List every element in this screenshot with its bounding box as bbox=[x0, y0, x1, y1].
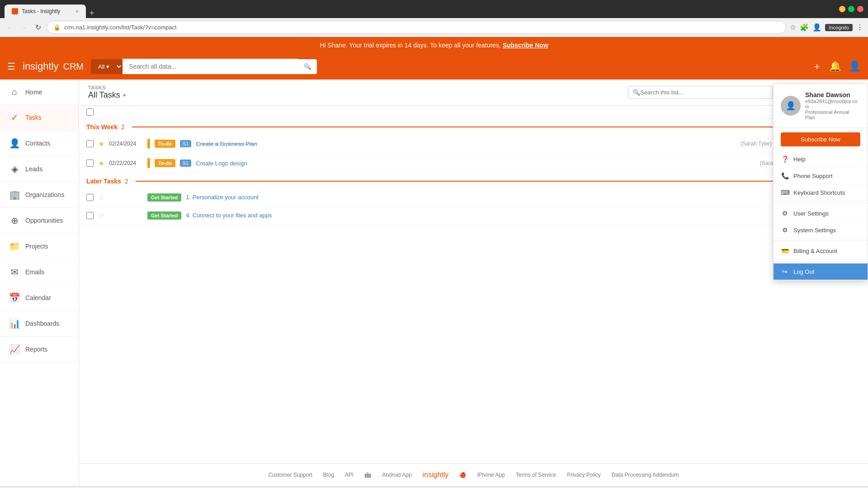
search-icon: 🔍 bbox=[633, 89, 640, 96]
close-btn[interactable] bbox=[857, 6, 863, 12]
sidebar-item-tasks[interactable]: ✓ Tasks bbox=[0, 105, 79, 131]
bookmark-btn[interactable]: ☆ bbox=[790, 23, 796, 32]
footer-logo: insightly bbox=[423, 471, 449, 479]
tasks-icon: ✓ bbox=[9, 112, 20, 123]
sidebar-item-home[interactable]: ⌂ Home bbox=[0, 80, 79, 105]
dropdown-keyboard-label: Keyboard Shortcuts bbox=[793, 189, 845, 196]
emails-icon: ✉ bbox=[9, 267, 20, 277]
select-all-checkbox[interactable] bbox=[86, 108, 94, 116]
task-checkbox-1[interactable] bbox=[86, 140, 94, 147]
task-badge-2: To-do bbox=[155, 159, 175, 167]
task-badge-1: To-do bbox=[155, 140, 175, 148]
system-settings-icon: ⚙ bbox=[781, 226, 789, 234]
task-search-input[interactable] bbox=[640, 89, 768, 96]
task-link-3[interactable]: 1. Personalize your account bbox=[186, 194, 258, 201]
footer-blog[interactable]: Blog bbox=[323, 472, 334, 478]
task-star-4[interactable]: ☆ bbox=[98, 211, 104, 220]
sidebar-item-reports[interactable]: 📈 Reports bbox=[0, 337, 79, 362]
sidebar-label-projects: Projects bbox=[25, 243, 48, 250]
task-star-3[interactable]: ☆ bbox=[98, 193, 104, 202]
back-btn[interactable]: ← bbox=[5, 22, 15, 33]
tasks-subtitle: All Tasks ▾ bbox=[88, 90, 623, 100]
sidebar-item-dashboards[interactable]: 📊 Dashboards bbox=[0, 311, 79, 337]
active-tab[interactable]: Tasks - Insightly ✕ bbox=[5, 5, 86, 18]
footer-android-app[interactable]: Android App bbox=[382, 472, 411, 478]
logout-icon: ↪ bbox=[781, 268, 789, 275]
sidebar-item-contacts[interactable]: 👤 Contacts bbox=[0, 131, 79, 156]
global-search-input[interactable] bbox=[123, 59, 298, 74]
crm-label: CRM bbox=[63, 61, 84, 72]
tasks-header: TASKS All Tasks ▾ 🔍 ⟳ ⚙ ▾ ☰ ▾ ▽ bbox=[79, 80, 868, 106]
profile-email: e93a2841@moodjoy.com bbox=[805, 99, 860, 109]
dropdown-phone-label: Phone Support bbox=[793, 173, 833, 179]
sidebar-item-organizations[interactable]: 🏢 Organizations bbox=[0, 182, 79, 208]
sidebar-item-emails[interactable]: ✉ Emails bbox=[0, 259, 79, 285]
divider-1 bbox=[774, 203, 868, 203]
sidebar-item-projects[interactable]: 📁 Projects bbox=[0, 234, 79, 259]
priority-badge-2 bbox=[147, 158, 150, 168]
tasks-title-dropdown[interactable]: ▾ bbox=[123, 92, 126, 99]
divider-3 bbox=[774, 261, 868, 262]
trial-text: Hi Shane. Your trial expires in 14 days.… bbox=[320, 42, 501, 49]
minimize-btn[interactable] bbox=[839, 6, 845, 12]
dropdown-help[interactable]: ❓ Help bbox=[774, 151, 868, 168]
user-avatar-btn[interactable]: 👤 bbox=[849, 61, 861, 72]
footer: Customer Support Blog API 🤖 Android App … bbox=[79, 463, 868, 486]
sidebar-label-emails: Emails bbox=[25, 268, 44, 276]
sidebar-item-leads[interactable]: ◈ Leads bbox=[0, 156, 79, 182]
table-row: ☆ Get Started 4. Connect to your files a… bbox=[79, 206, 868, 225]
dropdown-subscribe-btn[interactable]: Subscribe Now bbox=[781, 132, 860, 146]
task-search-bar: 🔍 bbox=[628, 86, 773, 99]
new-tab-btn[interactable]: + bbox=[86, 9, 98, 18]
tab-close-btn[interactable]: ✕ bbox=[75, 9, 79, 14]
dropdown-system-settings[interactable]: ⚙ System Settings bbox=[774, 222, 868, 239]
profile-btn[interactable]: 👤 bbox=[812, 23, 821, 32]
dropdown-user-settings[interactable]: ⚙ User Settings bbox=[774, 205, 868, 222]
task-star-2[interactable]: ★ bbox=[98, 159, 104, 168]
priority-badge-1 bbox=[147, 139, 150, 149]
footer-privacy[interactable]: Privacy Policy bbox=[567, 472, 601, 478]
dropdown-billing[interactable]: 💳 Billing & Account bbox=[774, 243, 868, 259]
footer-terms[interactable]: Terms of Service bbox=[516, 472, 556, 478]
task-link-1[interactable]: Create a Business Plan bbox=[196, 141, 257, 147]
address-bar[interactable]: 🔒 crm.na1.insightly.com/list/Task/?v=com… bbox=[47, 21, 786, 34]
task-checkbox-3[interactable] bbox=[86, 194, 94, 201]
dropdown-logout[interactable]: ↪ Log Out bbox=[774, 263, 868, 280]
footer-api[interactable]: API bbox=[345, 472, 354, 478]
extension-btn[interactable]: 🧩 bbox=[800, 23, 809, 32]
task-owner-1: (Sarah Tyler) bbox=[741, 141, 772, 147]
sidebar-item-opportunities[interactable]: ⊕ Opportunities bbox=[0, 208, 79, 234]
dropdown-keyboard-shortcuts[interactable]: ⌨ Keyboard Shortcuts bbox=[774, 184, 868, 201]
keyboard-icon: ⌨ bbox=[781, 189, 789, 196]
task-star-1[interactable]: ★ bbox=[98, 140, 104, 148]
task-checkbox-2[interactable] bbox=[86, 160, 94, 167]
forward-btn[interactable]: → bbox=[19, 22, 30, 33]
task-checkbox-4[interactable] bbox=[86, 212, 94, 219]
sidebar-item-calendar[interactable]: 📅 Calendar bbox=[0, 285, 79, 311]
search-scope-select[interactable]: All ▾ bbox=[91, 59, 123, 74]
profile-name: Shane Dawson bbox=[805, 91, 860, 99]
footer-data-processing[interactable]: Data Processing Addendum bbox=[612, 472, 679, 478]
sidebar-label-home: Home bbox=[25, 89, 42, 96]
menu-btn[interactable]: ⋮ bbox=[856, 23, 863, 32]
task-list-header bbox=[79, 106, 868, 119]
logo-text: insightly bbox=[23, 61, 58, 72]
search-btn[interactable]: 🔍 bbox=[298, 59, 317, 74]
header-search: All ▾ 🔍 bbox=[91, 59, 317, 74]
hamburger-icon[interactable]: ☰ bbox=[7, 61, 15, 72]
tab-title: Tasks - Insightly bbox=[22, 8, 60, 14]
section-line-later bbox=[136, 181, 861, 182]
footer-iphone-app[interactable]: iPhone App bbox=[477, 472, 505, 478]
add-btn[interactable]: ＋ bbox=[812, 60, 822, 73]
subscribe-link[interactable]: Subscribe Now bbox=[503, 42, 548, 49]
dropdown-phone-support[interactable]: 📞 Phone Support bbox=[774, 168, 868, 184]
footer-customer-support[interactable]: Customer Support bbox=[268, 472, 312, 478]
task-link-4[interactable]: 4. Connect to your files and apps bbox=[186, 212, 272, 219]
stage-badge-2: S1 bbox=[180, 160, 191, 167]
maximize-btn[interactable] bbox=[848, 6, 854, 12]
task-link-2[interactable]: Create Logo design bbox=[196, 160, 247, 167]
refresh-btn[interactable]: ↻ bbox=[33, 21, 43, 33]
notifications-btn[interactable]: 🔔 bbox=[829, 61, 841, 72]
tasks-title-text: All Tasks bbox=[88, 90, 120, 100]
apple-icon: 🍎 bbox=[459, 472, 466, 478]
